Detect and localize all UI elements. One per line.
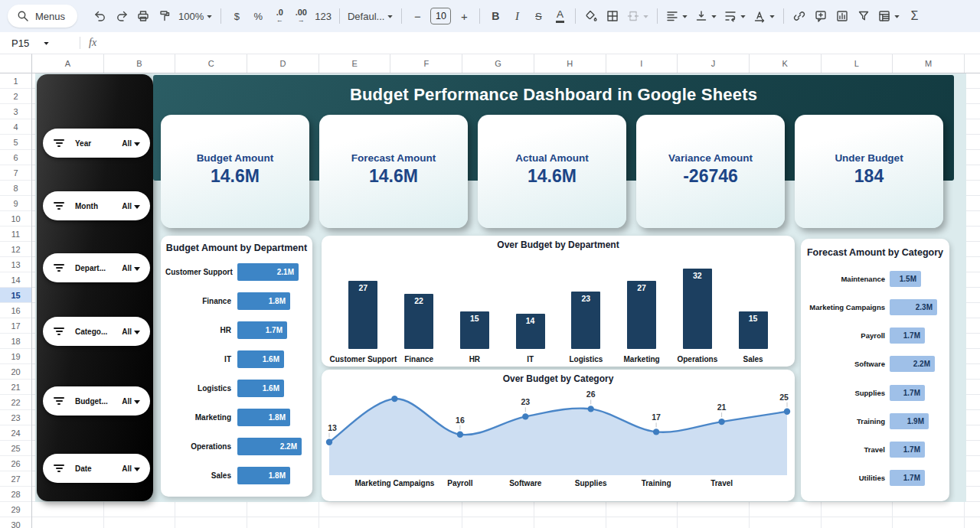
font-select[interactable]: Defaul... (345, 5, 397, 27)
chart-budget-amount-by-department[interactable]: Budget Amount by Department Customer Sup… (161, 236, 312, 497)
row-header-10[interactable]: 10 (0, 211, 31, 227)
fill-color-button[interactable] (580, 5, 602, 27)
column-header-L[interactable]: L (822, 54, 893, 73)
column-header-E[interactable]: E (319, 54, 391, 73)
row-header-21[interactable]: 21 (0, 380, 31, 395)
row-header-18[interactable]: 18 (0, 334, 31, 349)
select-all-corner[interactable] (0, 54, 32, 73)
more-formats-button[interactable]: 123 (312, 5, 335, 27)
row-header-2[interactable]: 2 (0, 89, 31, 104)
vertical-align-button[interactable] (691, 5, 720, 27)
increase-font-size-button[interactable]: + (453, 5, 475, 27)
row-header-9[interactable]: 9 (0, 196, 31, 211)
text-rotation-button[interactable] (750, 5, 779, 27)
menus-search[interactable]: Menus (8, 5, 77, 28)
undo-button[interactable] (90, 5, 111, 27)
functions-button[interactable]: Σ (903, 5, 925, 27)
row-header-16[interactable]: 16 (0, 303, 31, 318)
grid-area[interactable]: YearAllMonthAllDepart...AllCatego...AllB… (32, 73, 980, 528)
strikethrough-button[interactable]: S (528, 5, 549, 27)
column-header-K[interactable]: K (750, 54, 822, 73)
redo-button[interactable] (111, 5, 132, 27)
row-header-7[interactable]: 7 (0, 165, 31, 181)
merge-cells-button[interactable] (623, 5, 652, 27)
column-header-F[interactable]: F (390, 54, 462, 73)
row-header-17[interactable]: 17 (0, 318, 31, 334)
row-header-6[interactable]: 6 (0, 150, 31, 165)
row-header-14[interactable]: 14 (0, 272, 31, 288)
column-header-H[interactable]: H (534, 54, 606, 73)
row-header-26[interactable]: 26 (0, 456, 31, 471)
slicer-month[interactable]: MonthAll (43, 191, 150, 220)
row-header-23[interactable]: 23 (0, 410, 31, 425)
row-header-24[interactable]: 24 (0, 425, 31, 441)
slicer-budget[interactable]: Budget...All (43, 386, 150, 416)
increase-decimals-button[interactable]: .00→ (290, 5, 312, 27)
insert-chart-button[interactable] (831, 5, 853, 27)
slicer-panel[interactable]: YearAllMonthAllDepart...AllCatego...AllB… (37, 74, 153, 501)
row-header-11[interactable]: 11 (0, 227, 31, 242)
column-header-D[interactable]: D (247, 54, 319, 73)
slicer-value[interactable]: All (122, 264, 140, 272)
column-header-J[interactable]: J (678, 54, 750, 73)
horizontal-align-button[interactable] (662, 5, 691, 27)
column-header-I[interactable]: I (606, 54, 678, 73)
row-header-19[interactable]: 19 (0, 349, 31, 364)
row-header-29[interactable]: 29 (0, 502, 31, 517)
format-currency-button[interactable]: $ (226, 5, 247, 27)
italic-button[interactable]: I (506, 5, 528, 27)
bold-button[interactable]: B (485, 5, 506, 27)
paint-format-button[interactable] (154, 5, 175, 27)
row-header-30[interactable]: 30 (0, 517, 31, 528)
row-header-20[interactable]: 20 (0, 364, 31, 380)
text-color-button[interactable]: A (549, 5, 570, 27)
chart-over-budget-by-department[interactable]: Over Budget by Department 27Customer Sup… (322, 236, 795, 367)
kpi-card[interactable]: Forecast Amount14.6M (319, 115, 468, 228)
create-filter-button[interactable] (853, 5, 874, 27)
chart-over-budget-by-category[interactable]: 13Marketing Campaigns16Payroll23Software… (322, 370, 795, 501)
borders-button[interactable] (602, 5, 623, 27)
decrease-decimals-button[interactable]: .0← (269, 5, 290, 27)
column-header-B[interactable]: B (104, 54, 176, 73)
slicer-year[interactable]: YearAll (43, 129, 150, 158)
row-header-3[interactable]: 3 (0, 104, 31, 119)
row-header-28[interactable]: 28 (0, 487, 31, 502)
name-box[interactable]: P15 (0, 37, 71, 49)
kpi-card[interactable]: Under Budget184 (795, 115, 943, 228)
kpi-card[interactable]: Variance Amount-26746 (636, 115, 785, 228)
slicer-value[interactable]: All (122, 464, 140, 473)
zoom-select[interactable]: 100% (175, 5, 216, 27)
column-header-G[interactable]: G (462, 54, 534, 73)
font-size-input[interactable]: 10 (430, 8, 451, 24)
kpi-card[interactable]: Actual Amount14.6M (478, 115, 626, 228)
row-header-4[interactable]: 4 (0, 119, 31, 135)
formula-input[interactable] (96, 32, 980, 54)
column-header-M[interactable]: M (893, 54, 965, 73)
slicer-catego[interactable]: Catego...All (43, 317, 150, 346)
column-header-C[interactable]: C (175, 54, 247, 73)
row-header-22[interactable]: 22 (0, 395, 31, 410)
decrease-font-size-button[interactable]: − (407, 5, 428, 27)
row-header-25[interactable]: 25 (0, 441, 31, 456)
format-percent-button[interactable]: % (247, 5, 269, 27)
table-button[interactable] (874, 5, 903, 27)
slicer-value[interactable]: All (122, 202, 140, 210)
row-header-15[interactable]: 15 (0, 288, 31, 303)
row-header-5[interactable]: 5 (0, 135, 31, 150)
insert-link-button[interactable] (789, 5, 810, 27)
slicer-value[interactable]: All (122, 139, 140, 148)
print-button[interactable] (132, 5, 154, 27)
insert-comment-button[interactable] (810, 5, 831, 27)
kpi-card[interactable]: Budget Amount14.6M (161, 115, 309, 228)
row-header-1[interactable]: 1 (0, 73, 31, 89)
row-header-27[interactable]: 27 (0, 471, 31, 487)
row-header-8[interactable]: 8 (0, 181, 31, 196)
row-header-13[interactable]: 13 (0, 257, 31, 272)
text-wrapping-button[interactable] (720, 5, 750, 27)
column-header-A[interactable]: A (32, 54, 104, 73)
slicer-date[interactable]: DateAll (43, 454, 150, 483)
row-header-12[interactable]: 12 (0, 242, 31, 257)
slicer-value[interactable]: All (122, 328, 140, 336)
chart-forecast-amount-by-category[interactable]: Forecast Amount by Category Maintenance1… (801, 239, 949, 501)
slicer-depart[interactable]: Depart...All (43, 253, 150, 282)
